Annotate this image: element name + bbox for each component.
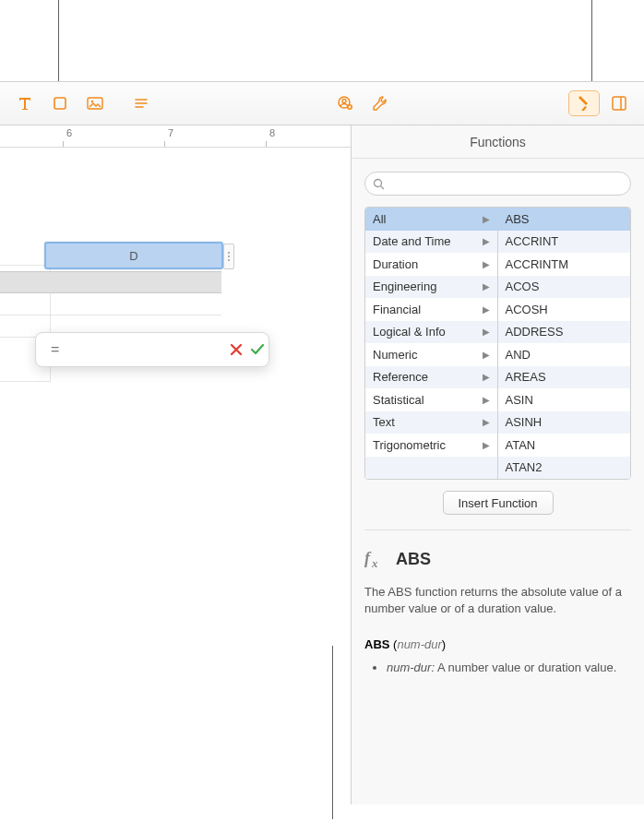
function-item[interactable]: ACOS bbox=[498, 276, 631, 299]
category-label: Text bbox=[373, 415, 395, 429]
chevron-right-icon: ▶ bbox=[483, 236, 490, 246]
arg-desc: A number value or duration value. bbox=[437, 660, 616, 674]
function-search[interactable] bbox=[364, 172, 631, 196]
category-label: Statistical bbox=[373, 393, 424, 407]
signature-arg: num-dur bbox=[397, 637, 441, 651]
chevron-right-icon: ▶ bbox=[483, 395, 490, 405]
category-item[interactable]: Financial▶ bbox=[365, 298, 497, 321]
chevron-right-icon: ▶ bbox=[483, 372, 490, 382]
function-item[interactable]: ASINH bbox=[498, 411, 631, 434]
text-tool-button[interactable] bbox=[9, 90, 41, 116]
fx-icon: f x bbox=[364, 549, 388, 569]
formula-input[interactable] bbox=[68, 339, 223, 361]
document-sidebar-button[interactable] bbox=[603, 90, 635, 116]
category-label: Engineering bbox=[373, 280, 436, 293]
function-arg-item: num-dur: A number value or duration valu… bbox=[387, 660, 631, 674]
callout-line-formula-editor bbox=[58, 0, 59, 81]
toolbar bbox=[0, 81, 644, 125]
category-label: Duration bbox=[373, 257, 418, 271]
ruler: 6 7 8 bbox=[0, 125, 351, 148]
category-label: Trigonometric bbox=[373, 438, 446, 452]
function-name: ABS bbox=[396, 550, 431, 569]
category-item[interactable]: Statistical▶ bbox=[365, 388, 497, 411]
function-item[interactable]: ACCRINT bbox=[498, 231, 631, 254]
search-icon bbox=[373, 178, 385, 190]
spreadsheet-canvas[interactable]: D = bbox=[0, 148, 351, 804]
category-list[interactable]: All▶Date and Time▶Duration▶Engineering▶F… bbox=[365, 208, 498, 479]
svg-text:x: x bbox=[371, 556, 378, 569]
chevron-right-icon: ▶ bbox=[483, 440, 490, 450]
function-item[interactable]: ASIN bbox=[498, 388, 631, 411]
media-tool-button[interactable] bbox=[79, 90, 111, 116]
column-header-label: D bbox=[46, 244, 221, 268]
function-label: ACCRINT bbox=[506, 234, 559, 248]
chevron-right-icon: ▶ bbox=[483, 281, 490, 292]
panel-title: Functions bbox=[352, 125, 644, 159]
arg-name: num-dur: bbox=[387, 660, 435, 674]
table-header-row[interactable] bbox=[0, 271, 221, 293]
svg-line-9 bbox=[381, 185, 385, 189]
function-item[interactable]: AND bbox=[498, 343, 631, 366]
category-label: Financial bbox=[373, 303, 421, 316]
function-label: ADDRESS bbox=[506, 325, 564, 339]
function-signature: ABS (num-dur) bbox=[364, 637, 631, 651]
function-item[interactable]: ADDRESS bbox=[498, 321, 631, 344]
column-resize-handle[interactable] bbox=[223, 244, 234, 269]
function-item[interactable]: ATAN2 bbox=[498, 457, 631, 480]
category-label: Reference bbox=[373, 370, 428, 384]
accept-formula-button[interactable] bbox=[249, 339, 266, 360]
function-label: ACOS bbox=[506, 280, 540, 293]
function-label: AREAS bbox=[506, 370, 546, 384]
chevron-right-icon: ▶ bbox=[483, 350, 490, 360]
collaborate-button[interactable] bbox=[329, 90, 361, 116]
function-label: ATAN2 bbox=[506, 460, 543, 474]
function-item[interactable]: ACOSH bbox=[498, 298, 631, 321]
category-item[interactable]: All▶ bbox=[365, 208, 497, 231]
insert-function-button[interactable]: Insert Function bbox=[443, 491, 554, 515]
svg-rect-6 bbox=[613, 97, 626, 110]
category-item[interactable]: Text▶ bbox=[365, 411, 497, 434]
formula-editor[interactable]: = bbox=[35, 332, 269, 367]
chevron-right-icon: ▶ bbox=[483, 327, 490, 337]
tools-button[interactable] bbox=[364, 90, 396, 116]
cancel-formula-button[interactable] bbox=[229, 339, 244, 360]
svg-point-2 bbox=[91, 101, 93, 102]
comment-tool-button[interactable] bbox=[125, 90, 157, 116]
category-label: All bbox=[373, 212, 386, 226]
chevron-right-icon: ▶ bbox=[483, 259, 490, 269]
svg-rect-0 bbox=[54, 98, 66, 109]
equals-sign: = bbox=[47, 341, 63, 358]
function-item[interactable]: ABS bbox=[498, 208, 631, 231]
category-item[interactable]: Trigonometric▶ bbox=[365, 434, 497, 457]
function-label: ASINH bbox=[506, 415, 543, 429]
ruler-tick: 6 bbox=[66, 127, 72, 138]
category-item[interactable]: Duration▶ bbox=[365, 253, 497, 276]
function-browser: All▶Date and Time▶Duration▶Engineering▶F… bbox=[364, 207, 631, 480]
svg-point-8 bbox=[375, 179, 382, 186]
category-item[interactable]: Reference▶ bbox=[365, 366, 497, 389]
function-item[interactable]: ATAN bbox=[498, 434, 631, 457]
function-label: AND bbox=[506, 348, 531, 362]
function-help: f x ABS The ABS function returns the abs… bbox=[352, 530, 644, 696]
category-item[interactable]: Engineering▶ bbox=[365, 276, 497, 299]
function-item[interactable]: ACCRINTM bbox=[498, 253, 631, 276]
function-label: ACCRINTM bbox=[506, 257, 569, 271]
function-help-title: f x ABS bbox=[364, 549, 631, 569]
callout-line-function-help bbox=[332, 646, 333, 819]
table-row[interactable] bbox=[0, 293, 221, 315]
category-item[interactable]: Numeric▶ bbox=[365, 343, 497, 366]
function-description: The ABS function returns the absolute va… bbox=[364, 584, 631, 617]
function-args-list: num-dur: A number value or duration valu… bbox=[364, 660, 631, 674]
category-item[interactable]: Logical & Info▶ bbox=[365, 321, 497, 344]
shape-tool-button[interactable] bbox=[44, 90, 76, 116]
svg-point-4 bbox=[342, 100, 346, 103]
function-search-input[interactable] bbox=[385, 177, 623, 190]
column-header-selected[interactable]: D bbox=[44, 242, 223, 269]
category-label: Numeric bbox=[373, 348, 417, 362]
function-list[interactable]: ABSACCRINTACCRINTMACOSACOSHADDRESSANDARE… bbox=[498, 208, 631, 479]
function-item[interactable]: AREAS bbox=[498, 366, 631, 389]
gridline bbox=[0, 244, 50, 266]
category-item[interactable]: Date and Time▶ bbox=[365, 231, 497, 254]
format-inspector-button[interactable] bbox=[568, 90, 600, 116]
category-label: Logical & Info bbox=[373, 325, 446, 339]
